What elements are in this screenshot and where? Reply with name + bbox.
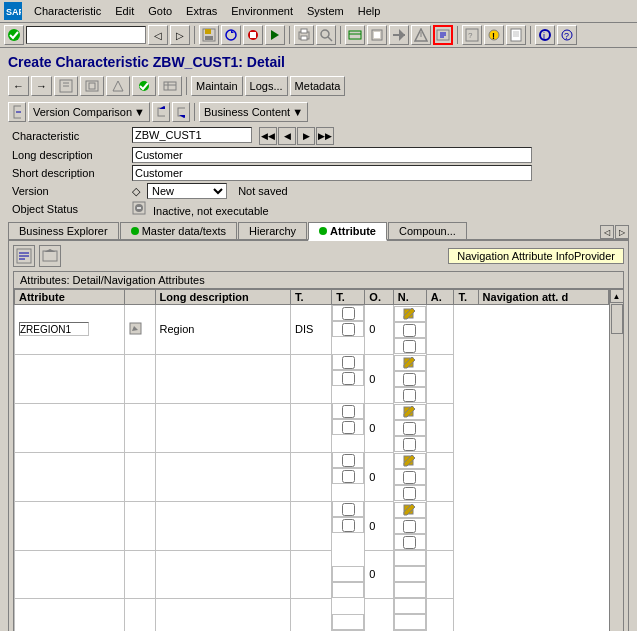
char-first-btn[interactable]: ◀◀ xyxy=(259,127,277,145)
toolbar-icon-8[interactable] xyxy=(506,25,526,45)
a-edit-icon[interactable] xyxy=(403,307,416,322)
version-icon-1[interactable] xyxy=(8,102,26,122)
ct-cell[interactable] xyxy=(394,582,426,598)
menu-edit[interactable]: Edit xyxy=(109,4,140,18)
t2-checkbox[interactable] xyxy=(342,307,355,320)
action-icon-4[interactable] xyxy=(132,76,156,96)
a-edit-icon[interactable] xyxy=(403,356,416,371)
toolbar-icon-3[interactable] xyxy=(389,25,409,45)
ca-checkbox[interactable] xyxy=(403,520,416,533)
version-select[interactable]: New xyxy=(147,183,227,199)
char-last-btn[interactable]: ▶▶ xyxy=(316,127,334,145)
logs-button[interactable]: Logs... xyxy=(245,76,288,96)
action-icon-5[interactable] xyxy=(158,76,182,96)
ct-checkbox[interactable] xyxy=(403,438,416,451)
version-comparison-button[interactable]: Version Comparison ▼ xyxy=(28,102,150,122)
menu-system[interactable]: System xyxy=(301,4,350,18)
action-icon-1[interactable] xyxy=(54,76,78,96)
o-cell[interactable] xyxy=(332,582,364,598)
forward-button[interactable]: → xyxy=(31,76,52,96)
a-edit-icon[interactable] xyxy=(403,405,416,420)
ca-cell[interactable] xyxy=(394,518,426,534)
tab-attribute[interactable]: Attribute xyxy=(308,222,387,241)
characteristic-input[interactable] xyxy=(132,127,252,143)
t2-cell[interactable] xyxy=(332,403,364,419)
print-button[interactable] xyxy=(294,25,314,45)
ct-checkbox[interactable] xyxy=(403,340,416,353)
ct-cell[interactable] xyxy=(394,485,426,501)
nav-prev-btn[interactable]: ◁ xyxy=(148,25,168,45)
long-desc-input[interactable] xyxy=(132,147,532,163)
toolbar-icon-4[interactable] xyxy=(411,25,431,45)
ct-checkbox[interactable] xyxy=(403,536,416,549)
attribute-cell[interactable] xyxy=(15,598,125,631)
tab-icon-2[interactable] xyxy=(39,245,61,267)
menu-goto[interactable]: Goto xyxy=(142,4,178,18)
t2-checkbox[interactable] xyxy=(342,356,355,369)
execute-button[interactable] xyxy=(265,25,285,45)
o-checkbox[interactable] xyxy=(342,519,355,532)
toolbar-icon-6[interactable]: ? xyxy=(462,25,482,45)
t2-checkbox[interactable] xyxy=(342,405,355,418)
a-cell[interactable] xyxy=(394,453,426,469)
tab-nav-prev[interactable]: ◁ xyxy=(600,225,614,239)
ct-cell[interactable] xyxy=(394,387,426,403)
metadata-button[interactable]: Metadata xyxy=(290,76,346,96)
tab-hierarchy[interactable]: Hierarchy xyxy=(238,222,307,239)
o-cell[interactable] xyxy=(332,419,364,435)
t2-cell[interactable] xyxy=(332,566,364,582)
ca-checkbox[interactable] xyxy=(403,422,416,435)
toolbar-icon-2[interactable] xyxy=(367,25,387,45)
ca-cell[interactable] xyxy=(394,566,426,582)
a-cell[interactable] xyxy=(394,355,426,371)
o-cell[interactable] xyxy=(332,321,364,337)
ok-button[interactable] xyxy=(4,25,24,45)
o-cell[interactable] xyxy=(332,517,364,533)
ca-cell[interactable] xyxy=(394,420,426,436)
t2-cell[interactable] xyxy=(332,614,364,630)
t2-cell[interactable] xyxy=(332,452,364,468)
a-cell[interactable] xyxy=(394,306,426,322)
ca-cell[interactable] xyxy=(394,322,426,338)
attribute-cell[interactable] xyxy=(15,305,125,355)
ct-cell[interactable] xyxy=(394,436,426,452)
o-checkbox[interactable] xyxy=(342,470,355,483)
o-cell[interactable] xyxy=(332,370,364,386)
attribute-cell[interactable] xyxy=(15,403,125,452)
scroll-thumb[interactable] xyxy=(611,304,623,334)
ca-checkbox[interactable] xyxy=(403,324,416,337)
ct-checkbox[interactable] xyxy=(403,389,416,402)
command-input[interactable] xyxy=(26,26,146,44)
tab-master[interactable]: Master data/texts xyxy=(120,222,237,239)
o-checkbox[interactable] xyxy=(342,421,355,434)
a-edit-icon[interactable] xyxy=(403,454,416,469)
maintain-button[interactable]: Maintain xyxy=(191,76,243,96)
save-button[interactable] xyxy=(199,25,219,45)
ca-cell[interactable] xyxy=(394,371,426,387)
t2-cell[interactable] xyxy=(332,354,364,370)
attribute-cell[interactable] xyxy=(15,550,125,598)
a-cell[interactable] xyxy=(394,404,426,420)
char-next-btn[interactable]: ▶ xyxy=(297,127,315,145)
ct-checkbox[interactable] xyxy=(403,487,416,500)
menu-help[interactable]: Help xyxy=(352,4,387,18)
toolbar-icon-9[interactable]: i xyxy=(535,25,555,45)
attribute-input[interactable] xyxy=(19,322,89,336)
toolbar-icon-5-highlighted[interactable] xyxy=(433,25,453,45)
find-button[interactable] xyxy=(316,25,336,45)
business-content-button[interactable]: Business Content ▼ xyxy=(199,102,308,122)
tab-nav-next[interactable]: ▷ xyxy=(615,225,629,239)
toolbar-icon-1[interactable] xyxy=(345,25,365,45)
o-cell[interactable] xyxy=(332,468,364,484)
action-icon-2[interactable] xyxy=(80,76,104,96)
a-cell[interactable] xyxy=(394,502,426,518)
ct-cell[interactable] xyxy=(394,534,426,550)
t2-cell[interactable] xyxy=(332,305,364,321)
attribute-icon-cell[interactable] xyxy=(125,305,155,355)
vertical-scrollbar[interactable]: ▲ ▼ xyxy=(609,289,623,631)
toolbar-icon-7[interactable]: ! xyxy=(484,25,504,45)
short-desc-input[interactable] xyxy=(132,165,532,181)
stop-button[interactable] xyxy=(243,25,263,45)
ca-cell[interactable] xyxy=(394,469,426,485)
tab-icon-1[interactable] xyxy=(13,245,35,267)
